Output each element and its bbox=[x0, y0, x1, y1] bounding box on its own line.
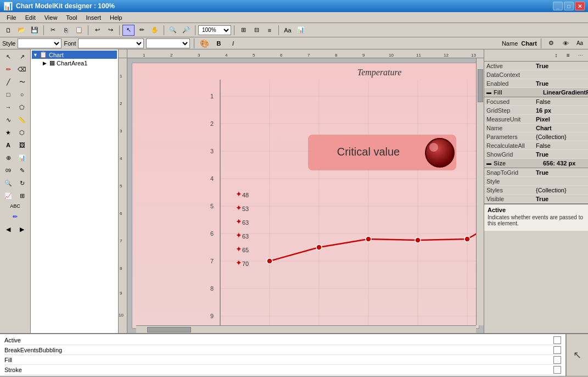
v-scroll-thumb[interactable] bbox=[478, 69, 483, 102]
menu-help[interactable]: Help bbox=[105, 13, 127, 22]
font-select[interactable] bbox=[78, 38, 144, 48]
open-button[interactable]: 📂 bbox=[15, 25, 27, 36]
axis-tool[interactable]: ⊞ bbox=[15, 190, 29, 202]
custom-shape-tool[interactable]: ⬠ bbox=[15, 101, 29, 113]
curve-tool[interactable]: 〜 bbox=[15, 76, 29, 88]
menu-view[interactable]: View bbox=[40, 13, 62, 22]
tree-label-area: ChartArea1 bbox=[57, 60, 87, 66]
cursor-area: ↖ bbox=[566, 334, 588, 376]
lt-row-11: 🔍 ↻ bbox=[2, 177, 29, 189]
star-tool[interactable]: ★ bbox=[2, 126, 15, 138]
window-controls: _ □ ✕ bbox=[553, 2, 585, 10]
size-expander[interactable]: ▬ bbox=[486, 160, 491, 166]
nav-next[interactable]: ▶ bbox=[15, 223, 29, 235]
rect-tool[interactable]: □ bbox=[2, 88, 15, 101]
wave-tool[interactable]: ∿ bbox=[2, 114, 15, 126]
tree-expander-area[interactable]: ▶ bbox=[43, 60, 49, 66]
cut-button[interactable]: ✂ bbox=[47, 25, 59, 36]
undo-button[interactable]: ↩ bbox=[91, 25, 103, 36]
new-button[interactable]: 🗋 bbox=[2, 25, 14, 36]
bottom-check-fill[interactable] bbox=[553, 356, 561, 364]
number-tool[interactable]: 09 bbox=[2, 164, 15, 176]
select-tool[interactable]: ↖ bbox=[2, 51, 15, 63]
style-select[interactable] bbox=[18, 38, 61, 48]
menu-edit[interactable]: Edit bbox=[21, 13, 40, 22]
color-button[interactable]: 🎨 bbox=[198, 38, 210, 49]
bottom-check-beb[interactable] bbox=[553, 346, 561, 354]
svg-text:2: 2 bbox=[210, 120, 214, 127]
bar-chart-tool[interactable]: 📈 bbox=[2, 190, 15, 202]
bottom-left-panel: Active BreakEventsBubbling Fill Stroke bbox=[0, 334, 566, 376]
format-button[interactable]: Aa bbox=[282, 25, 294, 36]
direct-select-tool[interactable]: ↗ bbox=[15, 51, 29, 63]
lt-row-14: ◀ ▶ bbox=[2, 223, 29, 235]
italic-button[interactable]: I bbox=[227, 38, 239, 49]
snap-button[interactable]: ⊟ bbox=[250, 25, 262, 36]
zoom-tool-2[interactable]: 🔍 bbox=[2, 177, 15, 189]
h-scrollbar[interactable] bbox=[136, 325, 476, 333]
gradient-tool[interactable]: ✏ bbox=[9, 210, 22, 223]
pencil-tool[interactable]: ✏ bbox=[136, 25, 148, 36]
text-tool[interactable]: A bbox=[2, 139, 15, 151]
image-tool[interactable]: 🖼 bbox=[15, 139, 29, 151]
close-button[interactable]: ✕ bbox=[575, 2, 585, 10]
eraser-tool[interactable]: ⌫ bbox=[15, 63, 29, 75]
zoom-select[interactable]: 100% 50% 75% 125% 150% bbox=[198, 25, 231, 35]
fill-expander[interactable]: ▬ bbox=[486, 90, 491, 95]
bottom-check-active[interactable] bbox=[553, 336, 561, 344]
menu-insert[interactable]: Insert bbox=[82, 13, 106, 22]
props-more-button[interactable]: ⋯ bbox=[575, 51, 586, 60]
chart-button[interactable]: 📊 bbox=[295, 25, 307, 36]
svg-text:6: 6 bbox=[210, 230, 214, 237]
prop-snaptogrid: SnapToGrid True bbox=[484, 168, 588, 177]
eye-button[interactable]: 👁 bbox=[559, 38, 572, 49]
prop-button[interactable]: ⚙ bbox=[545, 38, 557, 49]
prop-value-stg: True bbox=[536, 169, 586, 176]
hand-tool[interactable]: ✋ bbox=[149, 25, 161, 36]
props-sort-button[interactable]: ↕ bbox=[551, 51, 562, 60]
ellipse-tool[interactable]: ○ bbox=[15, 88, 29, 101]
minimize-button[interactable]: _ bbox=[553, 2, 563, 10]
pointer-tool[interactable]: ↖ bbox=[122, 25, 135, 36]
h-scroll-thumb[interactable] bbox=[147, 327, 191, 332]
zoom-in-button[interactable]: 🔎 bbox=[180, 25, 192, 36]
prop-name-sg: ShowGrid bbox=[486, 151, 536, 158]
menu-file[interactable]: File bbox=[2, 13, 21, 22]
save-button[interactable]: 💾 bbox=[29, 25, 41, 36]
grid-button[interactable]: ⊞ bbox=[237, 25, 249, 36]
chart-tree-icon: 📋 bbox=[40, 51, 47, 58]
bottom-check-stroke[interactable] bbox=[553, 366, 561, 374]
tree-item-chart[interactable]: ▼ 📋 Chart bbox=[32, 51, 117, 59]
svg-text:5: 5 bbox=[210, 203, 214, 209]
measure-tool[interactable]: 📏 bbox=[15, 114, 29, 126]
nav-prev[interactable]: ◀ bbox=[2, 223, 15, 235]
tree-item-chartarea[interactable]: ▶ ▦ ChartArea1 bbox=[32, 59, 117, 67]
prop-value-vis: True bbox=[536, 196, 586, 202]
menu-tool[interactable]: Tool bbox=[61, 13, 81, 22]
edit-tool[interactable]: ✎ bbox=[15, 164, 29, 176]
zoom-out-button[interactable]: 🔍 bbox=[167, 25, 179, 36]
polygon-tool[interactable]: ⬡ bbox=[15, 126, 29, 138]
bottom-prop-name-beb: BreakEventsBubbling bbox=[4, 347, 553, 353]
svg-text:✦: ✦ bbox=[236, 258, 242, 267]
align-button[interactable]: ≡ bbox=[264, 25, 276, 36]
gauge-tool[interactable]: ⊕ bbox=[2, 152, 15, 164]
paste-button[interactable]: 📋 bbox=[73, 25, 85, 36]
copy-button[interactable]: ⎘ bbox=[60, 25, 72, 36]
redo-button[interactable]: ↪ bbox=[104, 25, 116, 36]
props-cat-button[interactable]: ≡ bbox=[563, 51, 574, 60]
bold-button[interactable]: B bbox=[212, 38, 225, 49]
right-panel: ↕ ≡ ⋯ Active True DataContext Enabled Tr… bbox=[484, 49, 588, 333]
text-button[interactable]: Aa bbox=[574, 38, 586, 49]
svg-text:10: 10 bbox=[389, 53, 394, 58]
tree-expander-chart[interactable]: ▼ bbox=[33, 52, 40, 58]
chart-tool[interactable]: 📊 bbox=[15, 152, 29, 164]
menu-bar: File Edit View Tool Insert Help bbox=[0, 12, 588, 23]
font-size-select[interactable] bbox=[146, 38, 190, 48]
pencil-tool-2[interactable]: ✏ bbox=[2, 63, 15, 75]
rotate-tool[interactable]: ↻ bbox=[15, 177, 29, 189]
maximize-button[interactable]: □ bbox=[564, 2, 574, 10]
line-tool[interactable]: ╱ bbox=[2, 76, 15, 88]
arrow-tool[interactable]: → bbox=[2, 101, 15, 113]
v-scrollbar[interactable] bbox=[476, 58, 484, 325]
